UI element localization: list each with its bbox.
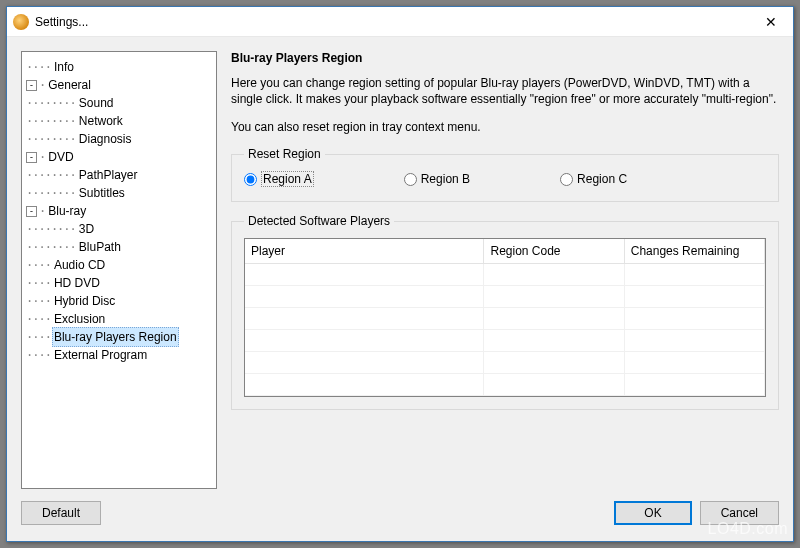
app-icon bbox=[13, 14, 29, 30]
settings-tree[interactable]: ····Info-·General········Sound········Ne… bbox=[21, 51, 217, 489]
detected-players-table[interactable]: PlayerRegion CodeChanges Remaining bbox=[245, 239, 765, 396]
table-cell bbox=[245, 373, 484, 395]
table-row[interactable] bbox=[245, 329, 765, 351]
titlebar: Settings... ✕ bbox=[7, 7, 793, 37]
tree-item-blu-ray-players-region[interactable]: ····Blu-ray Players Region bbox=[26, 328, 212, 346]
page-description-2: You can also reset region in tray contex… bbox=[231, 119, 779, 135]
tree-item-label[interactable]: Hybrid Disc bbox=[52, 292, 117, 310]
tree-item-label[interactable]: Blu-ray Players Region bbox=[52, 327, 179, 347]
table-cell bbox=[245, 263, 484, 285]
tree-item-label[interactable]: Diagnosis bbox=[77, 130, 134, 148]
column-header-region-code[interactable]: Region Code bbox=[484, 239, 624, 263]
tree-item-3d[interactable]: ········3D bbox=[26, 220, 212, 238]
region-radio-input[interactable] bbox=[244, 173, 257, 186]
table-cell bbox=[484, 263, 624, 285]
page-description-1: Here you can change region setting of po… bbox=[231, 75, 779, 107]
table-cell bbox=[624, 263, 764, 285]
tree-item-label[interactable]: Subtitles bbox=[77, 184, 127, 202]
tree-item-label[interactable]: HD DVD bbox=[52, 274, 102, 292]
table-cell bbox=[624, 351, 764, 373]
tree-item-label[interactable]: Audio CD bbox=[52, 256, 107, 274]
detected-players-group: Detected Software Players PlayerRegion C… bbox=[231, 214, 779, 410]
tree-item-label[interactable]: 3D bbox=[77, 220, 96, 238]
ok-button[interactable]: OK bbox=[614, 501, 691, 525]
content-pane: Blu-ray Players Region Here you can chan… bbox=[231, 51, 779, 489]
table-row[interactable] bbox=[245, 373, 765, 395]
tree-item-info[interactable]: ····Info bbox=[26, 58, 212, 76]
tree-expander-icon[interactable]: - bbox=[26, 152, 37, 163]
tree-item-label[interactable]: General bbox=[46, 76, 93, 94]
tree-item-label[interactable]: Sound bbox=[77, 94, 116, 112]
dialog-button-row: Default OK Cancel bbox=[21, 499, 779, 527]
tree-item-label[interactable]: External Program bbox=[52, 346, 149, 364]
region-radio-region-c[interactable]: Region C bbox=[560, 171, 627, 187]
tree-expander-icon[interactable]: - bbox=[26, 206, 37, 217]
table-row[interactable] bbox=[245, 263, 765, 285]
region-radio-input[interactable] bbox=[404, 173, 417, 186]
table-cell bbox=[245, 329, 484, 351]
table-cell bbox=[624, 307, 764, 329]
table-cell bbox=[245, 351, 484, 373]
tree-item-blu-ray[interactable]: -·Blu-ray bbox=[26, 202, 212, 220]
cancel-button[interactable]: Cancel bbox=[700, 501, 779, 525]
reset-region-legend: Reset Region bbox=[244, 147, 325, 161]
tree-item-label[interactable]: DVD bbox=[46, 148, 75, 166]
tree-item-subtitles[interactable]: ········Subtitles bbox=[26, 184, 212, 202]
table-row[interactable] bbox=[245, 285, 765, 307]
tree-item-label[interactable]: Network bbox=[77, 112, 125, 130]
settings-window: Settings... ✕ ····Info-·General········S… bbox=[6, 6, 794, 542]
tree-item-blupath[interactable]: ········BluPath bbox=[26, 238, 212, 256]
tree-item-exclusion[interactable]: ····Exclusion bbox=[26, 310, 212, 328]
region-radio-region-a[interactable]: Region A bbox=[244, 171, 314, 187]
tree-item-label[interactable]: PathPlayer bbox=[77, 166, 140, 184]
table-cell bbox=[484, 307, 624, 329]
region-radio-label: Region C bbox=[577, 172, 627, 186]
table-cell bbox=[624, 373, 764, 395]
close-button[interactable]: ✕ bbox=[748, 7, 793, 36]
table-cell bbox=[245, 285, 484, 307]
reset-region-group: Reset Region Region ARegion BRegion C bbox=[231, 147, 779, 202]
region-radio-input[interactable] bbox=[560, 173, 573, 186]
detected-players-legend: Detected Software Players bbox=[244, 214, 394, 228]
tree-expander-icon[interactable]: - bbox=[26, 80, 37, 91]
tree-item-label[interactable]: BluPath bbox=[77, 238, 123, 256]
tree-item-sound[interactable]: ········Sound bbox=[26, 94, 212, 112]
default-button[interactable]: Default bbox=[21, 501, 101, 525]
table-cell bbox=[484, 373, 624, 395]
tree-item-label[interactable]: Info bbox=[52, 58, 76, 76]
table-cell bbox=[484, 329, 624, 351]
tree-item-diagnosis[interactable]: ········Diagnosis bbox=[26, 130, 212, 148]
tree-item-network[interactable]: ········Network bbox=[26, 112, 212, 130]
tree-item-external-program[interactable]: ····External Program bbox=[26, 346, 212, 364]
region-radio-label: Region A bbox=[261, 171, 314, 187]
client-area: ····Info-·General········Sound········Ne… bbox=[7, 37, 793, 541]
column-header-player[interactable]: Player bbox=[245, 239, 484, 263]
tree-item-audio-cd[interactable]: ····Audio CD bbox=[26, 256, 212, 274]
table-cell bbox=[624, 285, 764, 307]
tree-item-general[interactable]: -·General bbox=[26, 76, 212, 94]
tree-item-pathplayer[interactable]: ········PathPlayer bbox=[26, 166, 212, 184]
table-row[interactable] bbox=[245, 351, 765, 373]
table-cell bbox=[624, 329, 764, 351]
tree-item-hybrid-disc[interactable]: ····Hybrid Disc bbox=[26, 292, 212, 310]
table-cell bbox=[245, 307, 484, 329]
window-title: Settings... bbox=[35, 15, 748, 29]
region-radio-label: Region B bbox=[421, 172, 470, 186]
table-cell bbox=[484, 285, 624, 307]
tree-item-hd-dvd[interactable]: ····HD DVD bbox=[26, 274, 212, 292]
tree-item-label[interactable]: Blu-ray bbox=[46, 202, 88, 220]
table-cell bbox=[484, 351, 624, 373]
table-row[interactable] bbox=[245, 307, 765, 329]
page-heading: Blu-ray Players Region bbox=[231, 51, 779, 65]
tree-item-label[interactable]: Exclusion bbox=[52, 310, 107, 328]
tree-item-dvd[interactable]: -·DVD bbox=[26, 148, 212, 166]
column-header-changes-remaining[interactable]: Changes Remaining bbox=[624, 239, 764, 263]
region-radio-region-b[interactable]: Region B bbox=[404, 171, 470, 187]
